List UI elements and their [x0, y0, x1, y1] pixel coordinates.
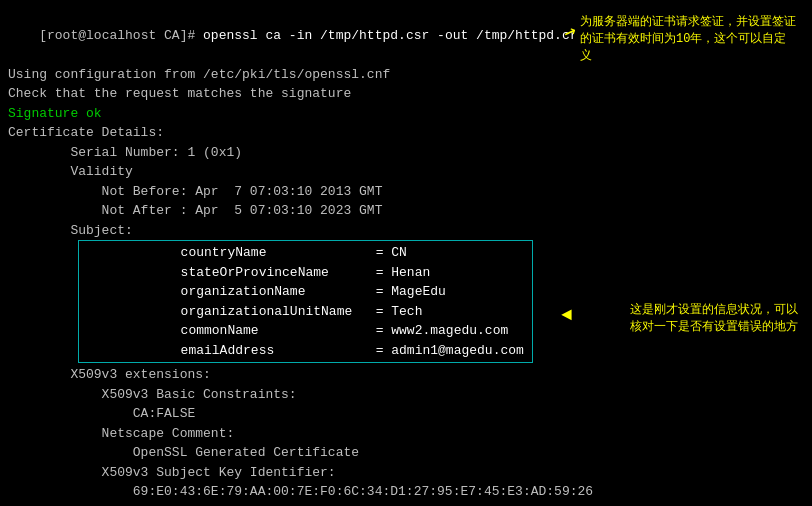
output-x509-basic: X509v3 Basic Constraints: [8, 385, 804, 405]
cert-row-email: emailAddress = admin1@magedu.com [87, 341, 524, 361]
output-line-6: Validity [8, 162, 804, 182]
cert-row-state: stateOrProvinceName = Henan [87, 263, 524, 283]
output-x509-openssl: OpenSSL Generated Certificate [8, 443, 804, 463]
cert-row-org: organizationName = MageEdu [87, 282, 524, 302]
output-x509-ext: X509v3 extensions: [8, 365, 804, 385]
terminal: [root@localhost CA]# openssl ca -in /tmp… [0, 0, 812, 506]
prompt: [root@localhost CA]# [39, 28, 203, 43]
cert-row-orgunit: organizationalUnitName = Tech [87, 302, 524, 322]
output-x509-ca: CA:FALSE [8, 404, 804, 424]
cert-row-cn: commonName = www2.magedu.com [87, 321, 524, 341]
annotation-top-right-line1: 为服务器端的证书请求签证，并设置签证 [580, 14, 798, 31]
output-x509-subject-key: X509v3 Subject Key Identifier: [8, 463, 804, 483]
output-x509-auth-key: X509v3 Authority Key Identifier: [8, 502, 804, 507]
annotation-middle-right-line2: 核对一下是否有设置错误的地方 [630, 319, 798, 336]
output-line-2: Check that the request matches the signa… [8, 84, 804, 104]
annotation-top-right-line2: 的证书有效时间为10年，这个可以自定义 [580, 31, 798, 65]
annotation-top-right: 为服务器端的证书请求签证，并设置签证 的证书有效时间为10年，这个可以自定义 [574, 10, 804, 68]
output-line-7: Not Before: Apr 7 07:03:10 2013 GMT [8, 182, 804, 202]
output-x509-netscape: Netscape Comment: [8, 424, 804, 444]
annotation-middle-right: 这是刚才设置的信息状况，可以 核对一下是否有设置错误的地方 [624, 298, 804, 340]
cert-row-country: countryName = CN [87, 243, 524, 263]
middle-annotation-arrow: ◄ [561, 305, 572, 325]
cert-subject-box: countryName = CN stateOrProvinceName = H… [78, 240, 533, 363]
output-line-3: Signature ok [8, 104, 804, 124]
output-line-4: Certificate Details: [8, 123, 804, 143]
output-line-5: Serial Number: 1 (0x1) [8, 143, 804, 163]
output-line-8: Not After : Apr 5 07:03:10 2023 GMT [8, 201, 804, 221]
annotation-middle-right-line1: 这是刚才设置的信息状况，可以 [630, 302, 798, 319]
output-x509-subject-key-val: 69:E0:43:6E:79:AA:00:7E:F0:6C:34:D1:27:9… [8, 482, 804, 502]
output-line-9: Subject: [8, 221, 804, 241]
